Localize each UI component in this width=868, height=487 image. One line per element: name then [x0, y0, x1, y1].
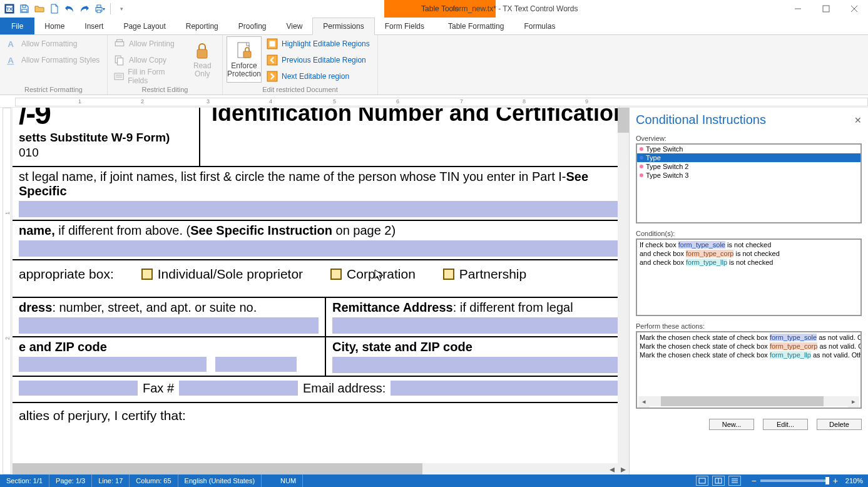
horizontal-ruler[interactable]: 1 2 3 4 5 6 7 8 9	[0, 95, 868, 108]
tab-form-fields[interactable]: Form Fields	[375, 18, 434, 34]
zoom-value[interactable]: 210%	[845, 477, 863, 484]
vertical-scrollbar-thumb[interactable]	[618, 108, 629, 133]
enforce-protection-button[interactable]: Enforce Protection	[227, 36, 262, 83]
svg-rect-18	[118, 58, 123, 65]
status-column[interactable]: Column: 65	[130, 474, 178, 487]
horizontal-scrollbar[interactable]: ◂ ▸	[13, 463, 629, 474]
minimize-button[interactable]	[784, 0, 812, 18]
new-button[interactable]: New...	[709, 419, 754, 430]
vertical-ruler[interactable]: 1 2	[0, 108, 13, 474]
qat-customize-icon[interactable]: ▾	[115, 2, 128, 16]
fax-field[interactable]	[179, 381, 298, 396]
save-icon[interactable]	[18, 2, 31, 16]
zoom-slider[interactable]	[760, 479, 829, 482]
document-page: /-9 setts Substitute W-9 Form) 010 Ident…	[13, 108, 618, 428]
read-only-button[interactable]: Read Only	[186, 36, 218, 83]
status-language[interactable]: English (United States)	[178, 474, 262, 487]
zip-left-label: e and ZIP code	[19, 340, 107, 354]
highlight-region-icon	[267, 38, 278, 49]
fill-in-form-fields-button[interactable]: Fill in Form Fields	[111, 69, 184, 84]
tab-view[interactable]: View	[277, 18, 313, 34]
email-field[interactable]	[391, 381, 618, 396]
ruler-mark: 3	[207, 98, 210, 105]
overview-listbox[interactable]: Type Switch Type Type Switch 2 Type Swit…	[636, 143, 862, 223]
close-button[interactable]	[840, 0, 868, 18]
highlight-editable-regions-button[interactable]: Highlight Editable Regions	[264, 36, 372, 51]
city-field-left[interactable]	[19, 357, 207, 372]
print-icon[interactable]: ▾	[93, 2, 106, 16]
taskpane-close-button[interactable]: ✕	[854, 115, 862, 125]
allow-formatting-button[interactable]: A Allow Formatting	[4, 36, 102, 51]
address-field[interactable]	[19, 317, 319, 334]
corporation-checkbox[interactable]	[330, 269, 342, 280]
horizontal-scrollbar-thumb[interactable]	[13, 463, 422, 474]
edit-button[interactable]: Edit...	[763, 419, 808, 430]
phone-field[interactable]	[19, 381, 138, 396]
tab-page-layout[interactable]: Page Layout	[113, 18, 175, 34]
corporation-label: Corporation	[347, 267, 416, 282]
document-viewport[interactable]: /-9 setts Substitute W-9 Form) 010 Ident…	[13, 108, 618, 463]
qat-separator	[110, 3, 111, 14]
actions-horizontal-scrollbar[interactable]: ◂ ▸	[638, 396, 859, 406]
individual-checkbox[interactable]	[141, 269, 153, 280]
view-mode-1-icon[interactable]	[696, 476, 708, 486]
zoom-in-button[interactable]: +	[833, 476, 838, 486]
overview-item-1[interactable]: Type	[637, 153, 860, 162]
previous-editable-region-button[interactable]: Previous Editable Region	[264, 53, 372, 68]
scroll-right-icon[interactable]: ▸	[618, 463, 629, 474]
tab-home[interactable]: Home	[34, 18, 74, 34]
conditions-box[interactable]: If check box form_type_sole is not check…	[636, 238, 862, 316]
status-section[interactable]: Section: 1/1	[0, 474, 49, 487]
conditions-label: Condition(s):	[636, 230, 862, 237]
business-name-field[interactable]	[19, 240, 618, 257]
allow-formatting-styles-icon: A	[6, 54, 18, 66]
tab-table-formatting[interactable]: Table Formatting	[438, 18, 514, 34]
zoom-out-button[interactable]: −	[751, 476, 756, 486]
legal-name-label: st legal name, if joint names, list firs…	[19, 170, 588, 198]
scroll-left-icon[interactable]: ◂	[606, 463, 618, 474]
individual-label: Individual/Sole proprietor	[158, 267, 303, 282]
new-icon[interactable]	[48, 2, 61, 16]
allow-printing-button[interactable]: Allow Printing	[111, 36, 184, 51]
city-state-zip-right-field[interactable]	[332, 357, 618, 373]
group-label-edit-restricted: Edit restricted Document	[227, 85, 374, 95]
delete-button[interactable]: Delete	[817, 419, 862, 430]
svg-rect-26	[270, 41, 275, 47]
tab-proofing[interactable]: Proofing	[228, 18, 277, 34]
next-editable-region-button[interactable]: Next Editable region	[264, 69, 372, 84]
svg-rect-15	[115, 42, 124, 46]
actions-box[interactable]: Mark the chosen check state of check box…	[636, 331, 862, 409]
overview-item-3[interactable]: Type Switch 3	[637, 171, 860, 180]
vertical-scrollbar[interactable]	[618, 108, 629, 463]
allow-copy-button[interactable]: Allow Copy	[111, 53, 184, 68]
status-line[interactable]: Line: 17	[92, 474, 130, 487]
open-icon[interactable]	[33, 2, 46, 16]
tab-permissions[interactable]: Permissions	[312, 18, 374, 35]
tab-reporting[interactable]: Reporting	[176, 18, 228, 34]
file-tab[interactable]: File	[0, 18, 34, 34]
document-lock-icon	[234, 41, 254, 61]
legal-name-field[interactable]	[19, 201, 618, 217]
ruler-mark: 7	[460, 98, 463, 105]
tab-formulas[interactable]: Formulas	[514, 18, 565, 34]
overview-item-2[interactable]: Type Switch 2	[637, 162, 860, 171]
svg-rect-19	[115, 73, 123, 79]
tab-insert[interactable]: Insert	[74, 18, 113, 34]
ruler-mark: 8	[523, 98, 526, 105]
maximize-button[interactable]	[812, 0, 840, 18]
status-num[interactable]: NUM	[274, 474, 303, 487]
view-mode-3-icon[interactable]	[728, 476, 741, 486]
zoom-control: − + 210%	[746, 474, 868, 487]
partnership-checkbox[interactable]	[443, 269, 454, 280]
allow-formatting-styles-button[interactable]: A Allow Formatting Styles	[4, 53, 102, 68]
app-icon[interactable]: TX	[3, 2, 16, 16]
business-name-label: name, if different from above. (See Spec…	[19, 223, 396, 237]
zip-field-left[interactable]	[215, 357, 297, 372]
ruler-mark: 6	[396, 98, 399, 105]
redo-icon[interactable]	[78, 2, 91, 16]
view-mode-2-icon[interactable]	[712, 476, 725, 486]
status-page[interactable]: Page: 1/3	[49, 474, 92, 487]
overview-item-0[interactable]: Type Switch	[637, 145, 860, 153]
undo-icon[interactable]	[63, 2, 76, 16]
remittance-address-field[interactable]	[332, 317, 618, 334]
